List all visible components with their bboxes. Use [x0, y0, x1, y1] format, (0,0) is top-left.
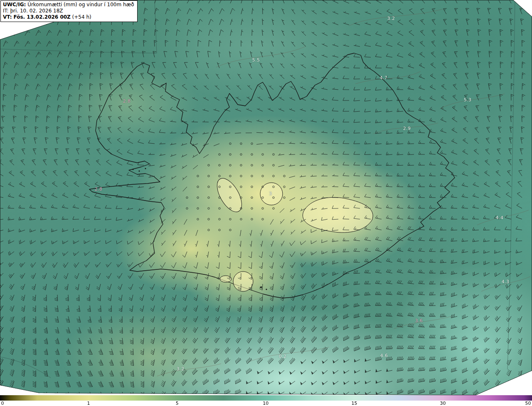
contour-label: 4.3 [502, 279, 510, 284]
model-label: UWC/IG: [3, 2, 26, 7]
contour-label: 3.2 [387, 16, 395, 21]
colorbar-tick: 5 [176, 401, 179, 406]
colorbar-tick: 0 [1, 401, 4, 406]
colorbar-tick: 10 [263, 401, 268, 406]
contour-label: 4.7 [380, 75, 388, 81]
title-line-valid: VT: Fös. 13.02.2026 00Z (+54 h) [3, 14, 134, 20]
valid-time-label: VT: [3, 14, 12, 20]
colorbar-tick: 15 [351, 401, 357, 406]
contour-label: 5.5 [252, 57, 260, 63]
product-title: Úrkomumætti (mm) og vindur í 100m hæð [27, 2, 134, 7]
colorbar-tick: 1 [87, 401, 90, 406]
contour-label: 4.4 [496, 215, 504, 220]
weather-map-view: 3.25.54.75.32.82.92.834.44.33.60.24.63.2… [0, 0, 532, 406]
contour-label: 2.8 [123, 98, 131, 104]
colorbar: 01510153050 [0, 395, 532, 406]
valid-time-value: Fös. 13.02.2026 00Z [13, 14, 70, 20]
contour-labels-layer: 3.25.54.75.32.82.92.834.44.33.60.24.63.2 [0, 0, 532, 395]
contour-label: 3.2 [177, 366, 185, 372]
colorbar-tick: 30 [440, 401, 446, 406]
title-line-product: UWC/IG: Úrkomumætti (mm) og vindur í 100… [3, 2, 134, 8]
contour-label: 2.8 [95, 186, 103, 192]
contour-label: 3.6 [415, 318, 423, 323]
contour-label: 4.6 [380, 353, 388, 358]
contour-label: 3 [269, 191, 272, 196]
map-title-box: UWC/IG: Úrkomumætti (mm) og vindur í 100… [0, 0, 138, 22]
contour-label: 5.3 [464, 97, 472, 103]
contour-label: 2.9 [403, 126, 411, 131]
colorbar-gradient [0, 395, 532, 401]
colorbar-tick-labels: 01510153050 [0, 401, 532, 406]
title-line-init: IT: þri. 10. 02. 2026 18Z [3, 8, 134, 14]
init-time-value: þri. 10. 02. 2026 18Z [10, 8, 63, 14]
lead-time-value: (+54 h) [72, 14, 91, 20]
init-time-label: IT: [3, 8, 9, 14]
colorbar-tick: 50 [525, 401, 531, 406]
map-area: 3.25.54.75.32.82.92.834.44.33.60.24.63.2 [0, 0, 532, 395]
contour-label: 0.2 [279, 354, 287, 359]
